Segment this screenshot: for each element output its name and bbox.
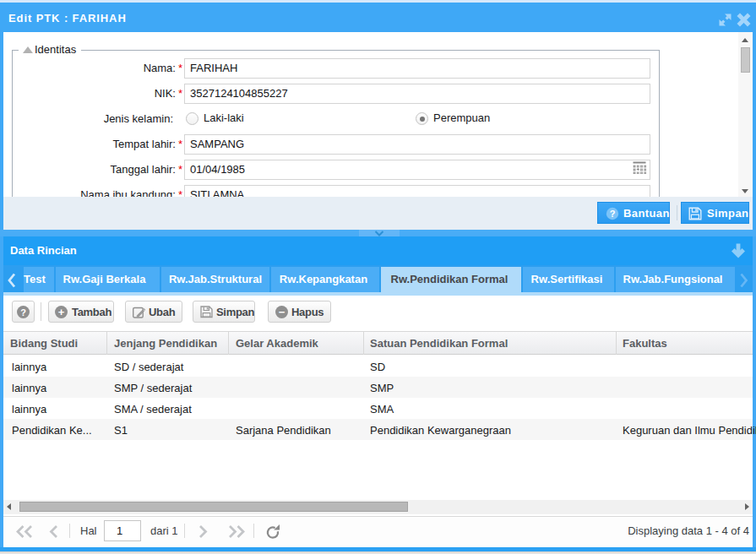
svg-text:?: ? [610, 209, 616, 219]
